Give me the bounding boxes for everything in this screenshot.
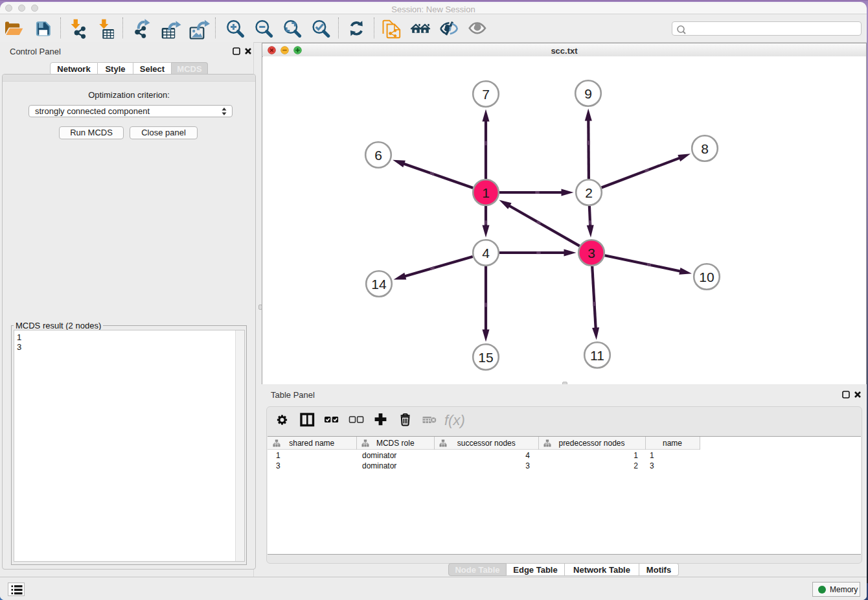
svg-text:3: 3 [588, 246, 595, 260]
svg-text:1: 1 [482, 185, 490, 200]
svg-text:f(x): f(x) [444, 412, 465, 428]
svg-text:7: 7 [482, 87, 490, 102]
svg-text:11: 11 [590, 348, 604, 363]
svg-text:2: 2 [585, 185, 593, 200]
svg-text:8: 8 [701, 141, 709, 156]
svg-text:4: 4 [482, 246, 490, 260]
svg-text:9: 9 [584, 86, 592, 101]
svg-text:14: 14 [371, 277, 387, 292]
svg-text:6: 6 [374, 148, 382, 163]
svg-text:10: 10 [699, 270, 714, 284]
svg-text:15: 15 [478, 350, 493, 365]
